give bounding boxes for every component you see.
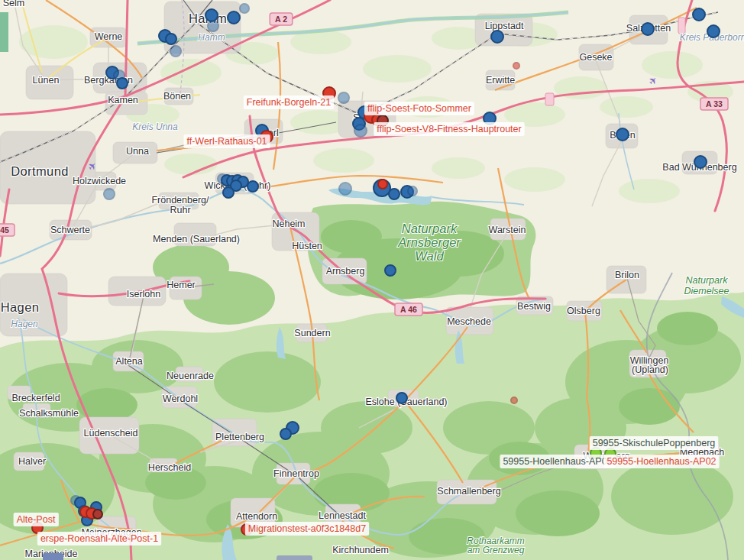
motorway-shield-label: A 33 xyxy=(706,99,723,108)
town-label: Dortmund xyxy=(11,164,69,178)
node-label[interactable]: 59955-Hoellenhaus-AP02 xyxy=(607,456,716,467)
town-label: Fröndenberg/ xyxy=(151,195,209,206)
town-label: Hagen xyxy=(1,300,40,314)
town-label: Schmallenberg xyxy=(437,486,500,497)
town-label: Selm xyxy=(3,0,24,8)
node-label[interactable]: 59955-SkischulePoppenberg xyxy=(593,438,716,448)
town-label: Geseke xyxy=(579,52,612,63)
node-marker[interactable] xyxy=(707,25,720,37)
node-label[interactable]: erspe-Roensahl-Alte-Post-1 xyxy=(40,533,158,544)
node-marker[interactable] xyxy=(385,265,396,276)
town-label: Iserlohn xyxy=(127,289,161,299)
town-label: Neheim xyxy=(272,218,305,229)
town-label: Schalksmühle xyxy=(19,408,79,419)
node-label[interactable]: fflip-Soest-Foto-Sommer xyxy=(367,103,471,114)
node-marker[interactable] xyxy=(280,429,291,439)
node-marker[interactable] xyxy=(491,31,503,43)
admin-label: Hamm xyxy=(198,32,225,43)
node-marker[interactable] xyxy=(513,63,519,69)
town-label: Lünen xyxy=(33,75,60,86)
town-label: Neuenrade xyxy=(167,371,214,381)
town-label: Hüsten xyxy=(292,241,322,251)
node-marker[interactable] xyxy=(642,23,654,35)
town-label: Lippstadt xyxy=(485,21,524,31)
town-label: Sundern xyxy=(294,328,330,338)
node-label[interactable]: fflip-Soest-V8-Fitness-Hauptrouter xyxy=(377,124,521,134)
node-marker[interactable] xyxy=(166,34,176,44)
node-marker[interactable] xyxy=(339,183,351,195)
node-label[interactable]: Alte-Post xyxy=(17,514,56,525)
node-marker[interactable] xyxy=(170,46,181,57)
region-label: Wald xyxy=(415,249,444,263)
town-label: Schwerte xyxy=(50,225,90,235)
town-label: Erwitte xyxy=(486,75,515,86)
town-label: Meschede xyxy=(447,316,491,327)
node-marker[interactable] xyxy=(208,21,218,31)
region-label: Arnsberger xyxy=(397,235,461,249)
node-marker[interactable] xyxy=(378,180,387,189)
map-svg[interactable]: SelmWerneLünenBergkamenKamenBönenHammLip… xyxy=(0,0,744,560)
motorway-shield-label: A 46 xyxy=(400,305,417,314)
town-label: Arnsberg xyxy=(326,266,365,277)
town-label: Lüdenscheid xyxy=(84,428,138,439)
node-label[interactable]: ff-Werl-Rathaus-01 xyxy=(186,136,267,147)
town-label: Finnentrop xyxy=(273,468,319,479)
town-label: Altena xyxy=(115,356,142,367)
map-canvas[interactable]: SelmWerneLünenBergkamenKamenBönenHammLip… xyxy=(0,0,744,560)
town-label: Attendorn xyxy=(236,511,277,522)
town-label: Brilon xyxy=(615,270,639,280)
node-marker[interactable] xyxy=(408,186,417,196)
town-label: Olsberg xyxy=(567,306,600,316)
town-label: Bönen xyxy=(163,91,191,102)
node-marker[interactable] xyxy=(247,181,258,192)
node-marker[interactable] xyxy=(223,187,234,198)
node-marker[interactable] xyxy=(354,125,367,137)
node-marker[interactable] xyxy=(104,189,115,199)
admin-label: Hagen xyxy=(11,319,38,329)
town-label: Ruhr xyxy=(170,205,190,215)
region-label: Diemelsee xyxy=(684,286,729,296)
region-label: Naturpark xyxy=(686,275,729,286)
motorway-shield-label: A 45 xyxy=(0,225,9,235)
town-label: Warstein xyxy=(489,225,526,235)
town-label: Kirchhundem xyxy=(332,545,389,555)
town-label: (Upland) xyxy=(632,364,668,375)
town-label: Holzwickede xyxy=(73,176,126,186)
node-marker[interactable] xyxy=(693,8,705,21)
node-marker[interactable] xyxy=(511,397,517,403)
node-marker[interactable] xyxy=(616,128,629,141)
node-label[interactable]: Freifunk-Borgeln-21 xyxy=(247,97,332,108)
node-marker[interactable] xyxy=(338,92,349,103)
town-label: Kamen xyxy=(108,95,138,105)
node-marker[interactable] xyxy=(389,189,399,199)
node-marker[interactable] xyxy=(93,510,102,519)
town-label: Herscheid xyxy=(148,462,191,473)
node-marker[interactable] xyxy=(117,78,128,89)
admin-label: Kreis Unna xyxy=(132,121,178,132)
node-marker[interactable] xyxy=(396,393,407,403)
cutoff-shield-left xyxy=(43,553,63,560)
motorway-tunnel xyxy=(545,93,554,105)
motorway-shield-label: A 2 xyxy=(275,15,287,24)
town-label: Halver xyxy=(18,456,46,467)
node-marker[interactable] xyxy=(228,11,240,24)
node-marker[interactable] xyxy=(240,4,249,13)
town-label: Menden (Sauerland) xyxy=(153,234,240,244)
town-label: Lennestadt xyxy=(319,510,366,521)
town-label: Hemer xyxy=(167,280,196,290)
node-marker[interactable] xyxy=(694,156,707,168)
town-label: Bestwig xyxy=(517,301,551,312)
cutoff-shield-center xyxy=(277,555,312,560)
node-marker[interactable] xyxy=(205,9,218,21)
region-label: am Grenzweg xyxy=(467,545,525,555)
region-label: Naturpark xyxy=(402,222,458,235)
node-label[interactable]: 59955-Hoellenhaus-AP01 xyxy=(503,456,612,467)
town-label: Werdohl xyxy=(163,393,198,404)
town-label: Breckerfeld xyxy=(11,393,60,403)
town-label: Unna xyxy=(126,146,149,157)
town-label: Plettenberg xyxy=(215,432,264,442)
town-label: Werne xyxy=(95,31,123,42)
motorway-tunnel-2 xyxy=(678,18,685,34)
node-label[interactable]: Migrationstest-a0f3c1848d7 xyxy=(248,523,366,534)
